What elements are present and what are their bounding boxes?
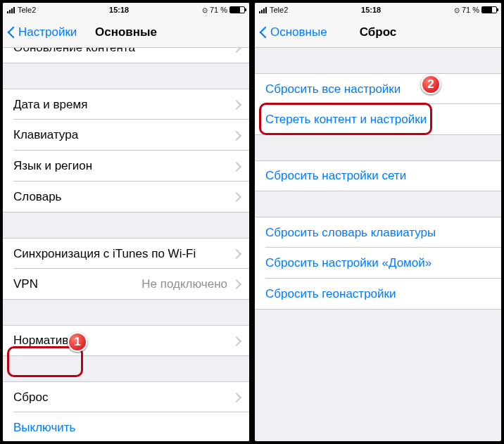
- chevron-right-icon: [233, 100, 239, 109]
- battery-pct: 71 %: [462, 6, 479, 14]
- reset-list: Сбросить все настройки Стереть контент и…: [255, 48, 501, 441]
- row-content-update[interactable]: Обновление контента: [3, 48, 249, 63]
- chevron-left-icon: [259, 25, 267, 39]
- battery-icon: [229, 6, 245, 13]
- chevron-right-icon: [233, 393, 239, 402]
- settings-list: Обновление контента Дата и время Клавиат…: [3, 48, 249, 441]
- status-bar: Tele2 15:18 ⊙ 71 %: [3, 3, 249, 17]
- row-shutdown[interactable]: Выключить: [3, 412, 249, 441]
- row-erase-content-settings[interactable]: Стереть контент и настройки: [255, 104, 501, 135]
- row-reset-network[interactable]: Сбросить настройки сети: [255, 160, 501, 191]
- chevron-right-icon: [233, 131, 239, 140]
- row-reset-all-settings[interactable]: Сбросить все настройки: [255, 73, 501, 104]
- back-button[interactable]: Настройки: [3, 25, 77, 39]
- chevron-right-icon: [233, 192, 239, 201]
- back-button[interactable]: Основные: [255, 25, 327, 39]
- battery-pct: 71 %: [210, 6, 227, 14]
- signal-icon: [259, 6, 267, 13]
- chevron-left-icon: [7, 25, 15, 39]
- screen-general: Tele2 15:18 ⊙ 71 % Настройки Основные Об…: [3, 3, 249, 441]
- carrier-label: Tele2: [270, 6, 288, 14]
- row-language-region[interactable]: Язык и регион: [3, 151, 249, 182]
- chevron-right-icon: [233, 162, 239, 171]
- signal-icon: [7, 6, 15, 13]
- back-label: Настройки: [18, 25, 77, 39]
- chevron-right-icon: [233, 279, 239, 288]
- battery-icon: [481, 6, 497, 13]
- back-label: Основные: [270, 25, 327, 39]
- row-reset-keyboard-dict[interactable]: Сбросить словарь клавиатуры: [255, 217, 501, 248]
- row-keyboard[interactable]: Клавиатура: [3, 120, 249, 151]
- alarm-icon: ⊙: [454, 6, 460, 14]
- screen-reset: Tele2 15:18 ⊙ 71 % Основные Сброс Сброси…: [255, 3, 501, 441]
- clock: 15:18: [36, 6, 202, 14]
- alarm-icon: ⊙: [202, 6, 208, 14]
- vpn-status: Не подключено: [141, 277, 227, 291]
- row-reset-location[interactable]: Сбросить геонастройки: [255, 279, 501, 310]
- nav-bar: Основные Сброс: [255, 17, 501, 48]
- row-date-time[interactable]: Дата и время: [3, 89, 249, 120]
- row-vpn[interactable]: VPN Не подключено: [3, 269, 249, 300]
- row-regulatory[interactable]: Нормативы: [3, 325, 249, 356]
- nav-bar: Настройки Основные: [3, 17, 249, 48]
- row-reset[interactable]: Сброс: [3, 381, 249, 412]
- row-reset-home[interactable]: Сбросить настройки «Домой»: [255, 248, 501, 279]
- chevron-right-icon: [233, 249, 239, 258]
- chevron-right-icon: [233, 336, 239, 345]
- row-dictionary[interactable]: Словарь: [3, 182, 249, 213]
- carrier-label: Tele2: [18, 6, 36, 14]
- row-itunes-wifi-sync[interactable]: Синхронизация с iTunes по Wi-Fi: [3, 238, 249, 269]
- clock: 15:18: [288, 6, 454, 14]
- chevron-right-icon: [233, 48, 239, 52]
- status-bar: Tele2 15:18 ⊙ 71 %: [255, 3, 501, 17]
